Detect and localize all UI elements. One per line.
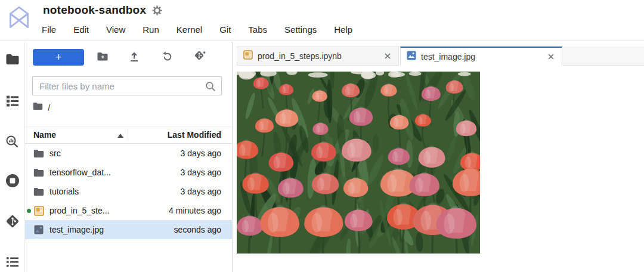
folder-icon: [33, 149, 44, 158]
search-icon: [205, 81, 216, 94]
menu-item-run[interactable]: Run: [143, 22, 159, 37]
menu-item-edit[interactable]: Edit: [73, 22, 89, 37]
new-folder-button[interactable]: [95, 50, 110, 65]
image-file-icon: [407, 51, 416, 63]
file-modified: 4 minutes ago: [169, 206, 221, 215]
breadcrumb: /: [33, 102, 50, 113]
settings-gear-icon[interactable]: [152, 5, 162, 16]
menu-item-view[interactable]: View: [106, 22, 125, 37]
sidebar-item-table-of-contents[interactable]: [0, 253, 24, 272]
menu-item-tabs[interactable]: Tabs: [248, 22, 267, 37]
folder-icon: [5, 53, 20, 68]
menu-item-help[interactable]: Help: [334, 22, 352, 37]
close-icon[interactable]: [382, 50, 394, 62]
sidebar-item-running-kernels[interactable]: [0, 172, 24, 192]
menu-item-settings[interactable]: Settings: [284, 22, 317, 37]
sort-ascending-icon: [117, 134, 123, 138]
menu-item-git[interactable]: Git: [219, 22, 231, 37]
sidebar-item-inspector[interactable]: [0, 132, 24, 153]
file-browser-panel: +: [25, 42, 233, 272]
tab-prod-notebook[interactable]: prod_in_5_steps.ipynb: [237, 47, 399, 66]
image-file-icon: [33, 225, 44, 234]
menu-item-file[interactable]: File: [42, 22, 56, 37]
column-divider: [128, 129, 128, 141]
image-viewer: [237, 72, 644, 272]
app-logo-icon: [6, 5, 32, 35]
file-name: prod_in_5_ste...: [49, 206, 109, 215]
tulip-field-image: [237, 72, 480, 254]
tab-bar: prod_in_5_steps.ipynb test_image.jpg: [237, 47, 644, 66]
tab-bar-filler: [562, 47, 644, 66]
close-icon[interactable]: [545, 51, 557, 63]
folder-icon: [33, 168, 44, 177]
sidebar-item-file-browser[interactable]: [0, 50, 24, 70]
file-row-tutorials[interactable]: tutorials 3 days ago: [25, 182, 232, 201]
upload-icon: [128, 51, 140, 64]
app-window: notebook-sandbox: [0, 0, 644, 272]
menu-item-kernel[interactable]: Kernel: [177, 22, 202, 37]
file-row-prod-notebook[interactable]: prod_in_5_ste... 4 minutes ago: [25, 201, 232, 220]
main-area: prod_in_5_steps.ipynb test_image.jpg: [237, 42, 644, 272]
file-list: src 3 days ago tensorflow_dat... 3 days …: [25, 144, 232, 239]
tab-label: test_image.jpg: [421, 52, 475, 61]
column-header-name[interactable]: Name: [33, 130, 56, 140]
sessions-list-icon: [6, 95, 19, 109]
refresh-button[interactable]: [160, 50, 175, 65]
tab-label: prod_in_5_steps.ipynb: [258, 51, 342, 61]
running-kernel-indicator: [27, 209, 31, 213]
file-modified: seconds ago: [174, 225, 221, 234]
filter-files-input[interactable]: [33, 77, 221, 95]
file-name: tensorflow_dat...: [49, 168, 111, 177]
column-header-modified[interactable]: Last Modified: [168, 130, 221, 140]
refresh-icon: [162, 51, 174, 64]
file-name: src: [49, 149, 61, 158]
folder-icon: [33, 187, 44, 196]
filter-box: [32, 76, 222, 95]
notebook-icon: [33, 206, 44, 216]
home-folder-icon[interactable]: [33, 102, 43, 113]
search-inspector-icon: [5, 135, 19, 151]
menu-bar: File Edit View Run Kernel Git Tabs Setti…: [42, 22, 370, 37]
file-list-header: Name Last Modified: [25, 126, 232, 144]
page-title: notebook-sandbox: [43, 4, 146, 17]
file-name: tutorials: [49, 187, 79, 196]
stop-circle-icon: [5, 174, 20, 190]
activity-bar: [0, 42, 25, 272]
new-launcher-button[interactable]: +: [33, 49, 84, 66]
app-header: notebook-sandbox: [0, 0, 644, 41]
git-clone-button[interactable]: [192, 50, 208, 65]
upload-button[interactable]: [126, 50, 142, 65]
git-icon: [5, 214, 20, 231]
tab-test-image[interactable]: test_image.jpg: [400, 47, 562, 66]
new-folder-icon: [97, 51, 109, 64]
file-row-src[interactable]: src 3 days ago: [25, 144, 232, 163]
file-name: test_image.jpg: [49, 225, 104, 234]
breadcrumb-root[interactable]: /: [48, 103, 50, 113]
notebook-icon: [243, 50, 253, 62]
git-clone-icon: [194, 50, 206, 64]
sidebar-item-running-sessions[interactable]: [0, 92, 24, 112]
file-row-test-image[interactable]: test_image.jpg seconds ago: [25, 220, 232, 239]
file-row-tensorflow-datasets[interactable]: tensorflow_dat... 3 days ago: [25, 163, 232, 182]
file-modified: 3 days ago: [181, 149, 222, 158]
file-modified: 3 days ago: [181, 168, 222, 177]
file-modified: 3 days ago: [181, 187, 222, 196]
sidebar-item-git[interactable]: [0, 212, 24, 233]
toc-list-icon: [6, 256, 19, 270]
